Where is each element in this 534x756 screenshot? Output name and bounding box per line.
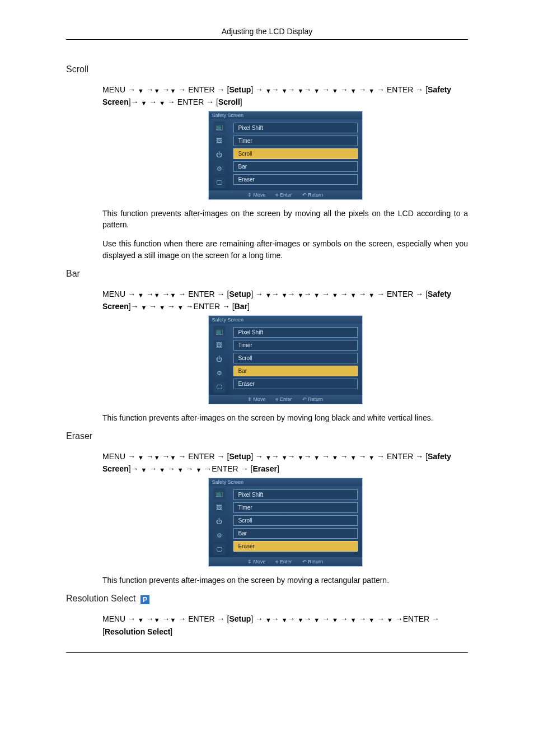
arrow-icon: → (178, 85, 186, 94)
osd-nav-icon[interactable]: 🖼 (213, 340, 226, 351)
page-header-title: Adjusting the LCD Display (66, 27, 468, 39)
osd-menu-scroll: Safety Screen 📺 🖼 ⏻ ⚙ 🖵 Pixel Shift Time… (208, 111, 363, 200)
osd-item-bar[interactable]: Bar (233, 161, 358, 172)
osd-nav-icon[interactable]: 📺 (213, 488, 226, 499)
nav-enter: ENTER (188, 290, 214, 298)
osd-nav-icon[interactable]: ⚙ (213, 530, 226, 541)
arrow-icon: → (206, 97, 214, 106)
arrow-icon: → (186, 302, 194, 311)
down-icon: ▼ (298, 292, 304, 298)
down-icon: ▼ (332, 292, 338, 298)
scroll-paragraph-2: Use this function when there are remaini… (102, 238, 468, 261)
osd-nav-icon[interactable]: ⏻ (213, 150, 226, 160)
osd-nav-icon[interactable]: ⚙ (213, 164, 226, 174)
osd-footer: Move Enter Return (209, 190, 362, 199)
arrow-icon: → (377, 452, 385, 461)
nav-path-bar: MENU → ▼ →▼ →▼ → ENTER → [Setup] → ▼→ ▼→… (102, 288, 468, 313)
osd-nav-icon[interactable]: 🖼 (213, 136, 226, 146)
osd-item-pixel-shift[interactable]: Pixel Shift (233, 327, 358, 338)
arrow-icon: → (255, 614, 263, 623)
osd-item-pixel-shift[interactable]: Pixel Shift (233, 123, 358, 133)
arrow-icon: → (128, 290, 135, 298)
down-icon: ▼ (313, 617, 320, 623)
osd-item-timer[interactable]: Timer (233, 502, 358, 513)
down-icon: ▼ (282, 454, 288, 461)
arrow-icon: → (128, 614, 135, 623)
arrow-icon: → (322, 452, 330, 461)
arrow-icon: → (131, 302, 139, 311)
nav-enter: ENTER (387, 452, 413, 461)
arrow-icon: → (255, 290, 263, 298)
nav-enter: ENTER (188, 85, 214, 94)
osd-icon-column: 📺 🖼 ⏻ ⚙ 🖵 (209, 324, 230, 395)
arrow-icon: → (271, 85, 279, 94)
osd-item-eraser[interactable]: Eraser (233, 174, 358, 185)
osd-nav-icon[interactable]: ⚙ (213, 368, 226, 379)
osd-nav-icon[interactable]: ⏻ (213, 354, 226, 365)
down-icon: ▼ (154, 454, 160, 461)
down-icon: ▼ (368, 87, 374, 94)
down-icon: ▼ (138, 617, 144, 623)
arrow-icon: → (395, 614, 403, 623)
osd-icon-column: 📺 🖼 ⏻ ⚙ 🖵 (209, 119, 230, 190)
arrow-icon: → (303, 452, 311, 461)
osd-footer-enter: Enter (275, 559, 292, 564)
arrow-icon: → (131, 97, 139, 106)
arrow-icon: → (162, 290, 170, 298)
osd-menu-bar: Safety Screen 📺 🖼 ⏻ ⚙ 🖵 Pixel Shift Time… (208, 315, 363, 404)
osd-nav-icon[interactable]: 🖵 (213, 382, 226, 393)
osd-item-scroll[interactable]: Scroll (233, 515, 358, 526)
osd-item-scroll[interactable]: Scroll (233, 148, 358, 159)
section-heading-scroll: Scroll (66, 64, 468, 74)
arrow-icon: → (217, 290, 225, 298)
down-icon: ▼ (282, 87, 288, 94)
nav-menu: MENU (102, 85, 125, 94)
osd-item-bar[interactable]: Bar (233, 528, 358, 539)
arrow-icon: → (432, 614, 439, 623)
down-icon: ▼ (138, 87, 144, 94)
osd-footer: Move Enter Return (209, 557, 362, 566)
osd-item-eraser[interactable]: Eraser (233, 379, 358, 389)
arrow-icon: → (377, 614, 385, 623)
osd-footer-enter: Enter (275, 396, 292, 402)
osd-item-scroll[interactable]: Scroll (233, 353, 358, 363)
down-icon: ▼ (170, 617, 176, 623)
nav-setup: Setup (229, 85, 251, 94)
arrow-icon: → (162, 85, 170, 94)
osd-nav-icon[interactable]: 📺 (213, 122, 226, 132)
arrow-icon: → (146, 85, 154, 94)
arrow-icon: → (204, 464, 212, 473)
resolution-content: MENU → ▼ →▼ →▼ → ENTER → [Setup] → ▼→ ▼→… (102, 613, 468, 638)
nav-enter: ENTER (194, 302, 220, 311)
nav-enter: ENTER (387, 290, 413, 298)
down-icon: ▼ (265, 617, 271, 623)
down-icon: ▼ (196, 466, 202, 473)
down-icon: ▼ (350, 87, 357, 94)
nav-enter: ENTER (188, 452, 214, 461)
arrow-icon: → (358, 85, 366, 94)
osd-item-pixel-shift[interactable]: Pixel Shift (233, 489, 358, 500)
section-heading-bar: Bar (66, 269, 468, 279)
down-icon: ▼ (313, 87, 320, 94)
osd-nav-icon[interactable]: 📺 (213, 326, 226, 337)
osd-item-bar[interactable]: Bar (233, 366, 358, 376)
down-icon: ▼ (154, 292, 160, 298)
arrow-icon: → (178, 290, 186, 298)
osd-nav-icon[interactable]: ⏻ (213, 516, 226, 527)
down-icon: ▼ (177, 466, 184, 473)
section-heading-eraser: Eraser (66, 431, 468, 441)
osd-item-timer[interactable]: Timer (233, 136, 358, 146)
arrow-icon: → (146, 290, 154, 298)
osd-footer-return: Return (302, 192, 324, 198)
down-icon: ▼ (170, 454, 176, 461)
osd-nav-icon[interactable]: 🖵 (213, 178, 226, 188)
osd-item-eraser[interactable]: Eraser (233, 541, 358, 552)
nav-enter: ENTER (177, 97, 204, 106)
osd-nav-icon[interactable]: 🖼 (213, 502, 226, 513)
osd-list: Pixel Shift Timer Scroll Bar Eraser (230, 119, 362, 190)
arrow-icon: → (377, 85, 385, 94)
nav-enter: ENTER (212, 464, 238, 473)
osd-item-timer[interactable]: Timer (233, 340, 358, 351)
osd-nav-icon[interactable]: 🖵 (213, 544, 226, 555)
arrow-icon: → (340, 290, 348, 298)
